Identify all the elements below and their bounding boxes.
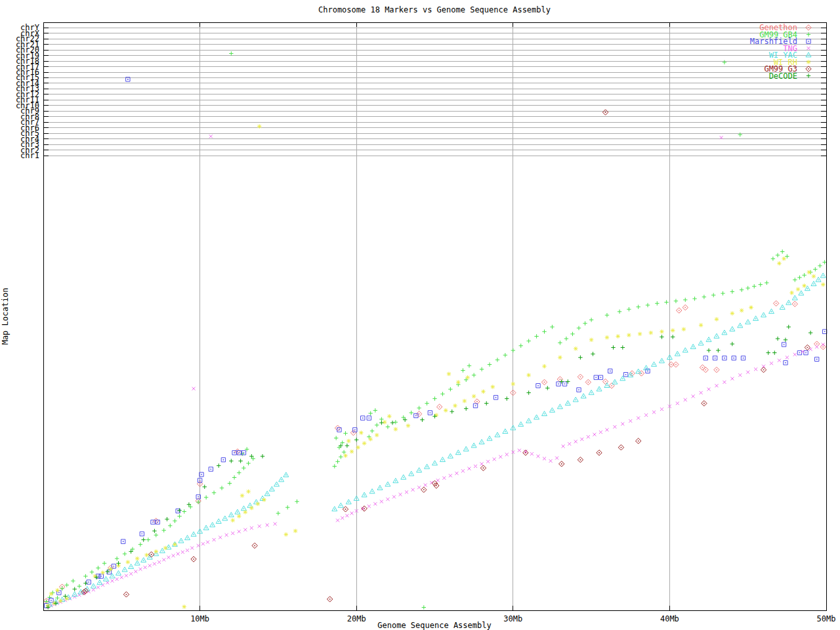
x-tick-label: 10Mb (190, 614, 209, 623)
series-wi-yac (47, 273, 826, 606)
legend-marker-dot (808, 41, 809, 42)
series-markers (46, 325, 812, 610)
axis-tick-labels: 10Mb20Mb30Mb40Mb50MbchrYchrXchr22chr21ch… (16, 23, 836, 623)
axis-layer (43, 22, 826, 610)
x-tick-label: 30Mb (503, 614, 522, 623)
scatter-points-layer (44, 51, 827, 609)
chart-container: Chromosome 18 Markers vs Genome Sequence… (0, 0, 840, 630)
grid-layer (43, 22, 826, 610)
chart-canvas: Chromosome 18 Markers vs Genome Sequence… (0, 0, 840, 630)
legend-marker-dot (808, 54, 809, 56)
series-markers (47, 273, 826, 606)
chromosome-label: chr1 (20, 151, 39, 160)
series-marshfield (45, 77, 827, 608)
legend-marker-dot (808, 27, 809, 28)
series-markers (45, 77, 827, 608)
x-axis-label: Genome Sequence Assembly (377, 621, 491, 630)
x-tick-label: 50Mb (817, 614, 836, 623)
series-gm99-gb4 (45, 51, 827, 609)
legend: GenethonGM99 GB4MarshfieldTNGWI YACWI RH… (750, 23, 811, 81)
legend-item-label: DeCODE (769, 72, 797, 81)
legend-marker-dot (808, 68, 809, 70)
legend-marker (807, 47, 810, 50)
plot-border (43, 22, 826, 610)
series-tng (47, 135, 825, 609)
series-marker-dots (46, 303, 824, 601)
series-markers (81, 110, 810, 602)
series-wi-rh (46, 124, 825, 608)
series-markers (47, 135, 825, 609)
legend-item-decode: DeCODE (769, 72, 811, 81)
series-gm99-g3 (81, 110, 810, 602)
series-marker-dots (83, 112, 808, 599)
chart-title: Chromosome 18 Markers vs Genome Sequence… (318, 5, 551, 14)
series-markers (46, 124, 825, 608)
x-tick-label: 20Mb (347, 614, 366, 623)
series-genethon (44, 301, 826, 604)
series-markers (44, 301, 826, 604)
legend-marker (807, 74, 810, 77)
legend-marker (807, 60, 810, 64)
x-tick-label: 40Mb (660, 614, 679, 623)
series-marker-dots (49, 275, 824, 604)
series-marker-dots (46, 79, 825, 606)
series-decode (46, 325, 812, 610)
y-axis-label: Map Location (1, 288, 10, 345)
series-markers (45, 51, 827, 609)
